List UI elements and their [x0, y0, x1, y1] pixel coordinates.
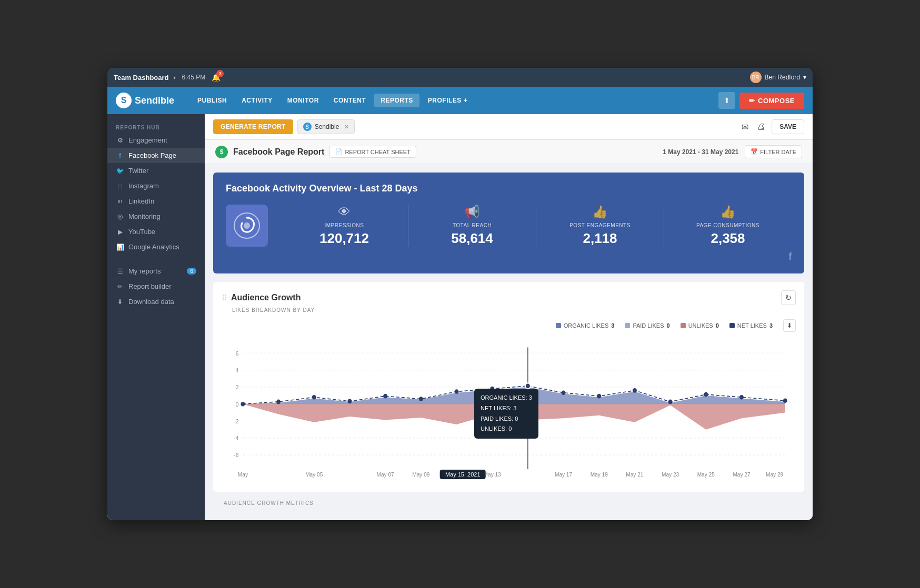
chart-download-button[interactable]: ⬇: [783, 319, 796, 332]
save-label: SAVE: [779, 123, 796, 130]
logo-text: Sendible: [135, 95, 174, 106]
dashboard-dropdown-icon[interactable]: ▾: [173, 75, 176, 80]
svg-marker-17: [243, 387, 785, 404]
report-title-section: $ Facebook Page Report 📄 REPORT CHEAT SH…: [215, 146, 416, 158]
generate-report-button[interactable]: GENERATE REPORT: [213, 119, 293, 134]
sidebar-item-my-reports[interactable]: ☰ My reports 6: [107, 263, 205, 279]
svg-text:May 19: May 19: [591, 472, 608, 478]
generate-report-label: GENERATE REPORT: [221, 123, 286, 130]
stat-group: 👁 IMPRESSIONS 120,712 📢 TOTAL REACH 58,6…: [281, 205, 792, 247]
sidebar: REPORTS HUB ⚙ Engagement f Facebook Page…: [107, 114, 205, 520]
sidebar-item-twitter[interactable]: 🐦 Twitter: [107, 163, 205, 178]
facebook-icon: f: [116, 152, 124, 159]
report-tab-close[interactable]: ✕: [344, 124, 349, 130]
my-reports-badge: 6: [187, 268, 196, 275]
paid-likes-dot: [625, 323, 630, 328]
svg-point-23: [347, 399, 352, 404]
svg-point-27: [490, 387, 494, 391]
legend-organic-likes: ORGANIC LIKES 3: [556, 322, 615, 329]
svg-point-26: [454, 389, 458, 394]
legend-net-likes: NET LIKES 3: [729, 322, 773, 329]
svg-point-33: [704, 392, 708, 397]
upload-button[interactable]: ⬆: [718, 92, 735, 109]
sidebar-label-twitter: Twitter: [128, 167, 148, 175]
team-dashboard-title: Team Dashboard: [114, 74, 169, 82]
impressions-value: 120,712: [289, 230, 399, 247]
my-reports-icon: ☰: [116, 268, 124, 275]
nav-publish[interactable]: PUBLISH: [191, 94, 233, 107]
nav-monitor[interactable]: MONITOR: [281, 94, 325, 107]
svg-point-21: [276, 400, 281, 404]
sidebar-item-google-analytics[interactable]: 📊 Google Analytics: [107, 239, 205, 255]
sidebar-item-monitoring[interactable]: ◎ Monitoring: [107, 209, 205, 224]
user-name: Ben Redford: [765, 74, 800, 81]
svg-text:0: 0: [236, 401, 239, 407]
sidebar-label-google-analytics: Google Analytics: [128, 243, 179, 251]
consumptions-icon: 👍: [673, 205, 783, 219]
svg-marker-18: [243, 404, 785, 429]
svg-point-34: [739, 395, 744, 400]
tooltip-date: May 15, 2021: [440, 470, 486, 479]
svg-point-32: [668, 400, 673, 404]
chart-legend: ORGANIC LIKES 3 PAID LIKES 0 UNLIKES 0: [222, 319, 796, 332]
user-menu[interactable]: BR Ben Redford ▾: [750, 72, 806, 83]
filter-date-button[interactable]: 📅 FILTER DATE: [745, 145, 802, 158]
svg-text:May 25: May 25: [697, 472, 715, 478]
twitter-icon: 🐦: [116, 167, 124, 175]
sidebar-item-download-data[interactable]: ⬇ Download data: [107, 294, 205, 309]
cheat-sheet-button[interactable]: 📄 REPORT CHEAT SHEET: [329, 146, 416, 158]
nav-reports[interactable]: REPORTS: [374, 94, 419, 107]
report-tab-sendible[interactable]: S Sendible ✕: [297, 119, 355, 134]
compose-label: COMPOSE: [758, 97, 795, 105]
logo[interactable]: S Sendible: [116, 93, 174, 108]
drag-handle-icon[interactable]: ⠿: [222, 293, 227, 302]
net-likes-label: NET LIKES: [737, 322, 767, 329]
google-analytics-icon: 📊: [116, 244, 124, 251]
notification-bell[interactable]: 🔔 3: [212, 73, 221, 82]
sidebar-item-facebook[interactable]: f Facebook Page: [107, 148, 205, 163]
sidebar-item-instagram[interactable]: □ Instagram: [107, 178, 205, 194]
svg-text:May 23: May 23: [662, 472, 679, 478]
send-button[interactable]: ✉: [739, 120, 751, 134]
logo-icon: S: [116, 93, 132, 108]
compose-button[interactable]: ✏ COMPOSE: [739, 93, 804, 109]
title-bar-time: 6:45 PM: [182, 74, 206, 81]
save-button[interactable]: SAVE: [772, 119, 804, 134]
nav-content[interactable]: CONTENT: [327, 94, 373, 107]
svg-text:May 05: May 05: [305, 472, 323, 478]
audience-growth-metrics-title: AUDIENCE GROWTH METRICS: [213, 500, 804, 506]
svg-text:May 09: May 09: [412, 472, 429, 478]
impressions-icon: 👁: [289, 205, 399, 219]
sidebar-item-report-builder[interactable]: ✏ Report builder: [107, 279, 205, 294]
nav-profiles[interactable]: PROFILES +: [422, 94, 474, 107]
sidebar-label-youtube: YouTube: [128, 228, 155, 236]
engagements-value: 2,118: [545, 230, 655, 247]
svg-text:May 21: May 21: [626, 472, 643, 478]
unlikes-dot: [681, 323, 686, 328]
sidebar-item-youtube[interactable]: ▶ YouTube: [107, 224, 205, 239]
report-content: Facebook Activity Overview - Last 28 Day…: [205, 164, 813, 520]
reach-label: TOTAL REACH: [417, 222, 527, 228]
svg-point-1: [244, 222, 250, 229]
section-header: ⠿ Audience Growth ↻: [222, 290, 796, 305]
engagements-icon: 👍: [545, 205, 655, 219]
print-button[interactable]: 🖨: [755, 120, 767, 134]
compose-pencil-icon: ✏: [749, 97, 755, 105]
svg-point-35: [783, 398, 787, 403]
linkedin-icon: in: [116, 198, 124, 204]
main-content: REPORTS HUB ⚙ Engagement f Facebook Page…: [107, 114, 813, 520]
sidebar-label-facebook: Facebook Page: [128, 151, 176, 159]
facebook-footer-icon: f: [226, 251, 792, 263]
svg-text:May 13: May 13: [484, 472, 501, 478]
unlikes-value: 0: [716, 322, 719, 329]
sidebar-item-engagement[interactable]: ⚙ Engagement: [107, 133, 205, 148]
consumptions-label: PAGE CONSUMPTIONS: [673, 222, 783, 228]
report-area: GENERATE REPORT S Sendible ✕ ✉ 🖨 SAVE: [205, 114, 813, 520]
chart-container: 6 4 2 0 -2 -4 -6: [222, 336, 796, 483]
sidebar-item-linkedin[interactable]: in LinkedIn: [107, 194, 205, 209]
nav-activity[interactable]: ACTIVITY: [235, 94, 279, 107]
filter-date-calendar-icon: 📅: [751, 148, 758, 155]
cheat-sheet-doc-icon: 📄: [335, 148, 343, 155]
svg-point-28: [525, 383, 531, 389]
refresh-button[interactable]: ↻: [781, 290, 796, 305]
